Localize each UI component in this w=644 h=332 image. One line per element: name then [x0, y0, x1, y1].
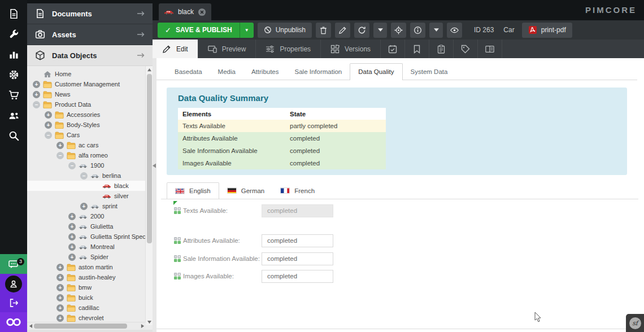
tree-node-buick[interactable]: +buick — [27, 292, 146, 303]
expand-icon[interactable]: + — [68, 233, 76, 241]
tree-node-gulietta-sprint-specia[interactable]: +Gulietta Sprint Specia — [27, 231, 146, 242]
tree-node-customer-management[interactable]: +Customer Management — [27, 79, 146, 89]
strip-gear-icon[interactable] — [0, 64, 27, 85]
save-publish-button[interactable]: ✓ SAVE & PUBLISH ▼ — [158, 23, 254, 38]
tree-node-body-styles[interactable]: +Body-Styles — [27, 120, 146, 130]
tree-node-product-data[interactable]: –Product Data — [27, 99, 146, 110]
strip-users-icon[interactable] — [0, 105, 27, 125]
sidebar-section-assets[interactable]: Assets — [27, 24, 153, 45]
unpublish-button[interactable]: Unpublish — [258, 23, 312, 38]
symfony-profiler-badge[interactable]: sf — [626, 314, 644, 332]
info-button[interactable] — [410, 23, 425, 38]
tree-node-giulietta[interactable]: +Giulietta — [27, 221, 146, 231]
refresh-button[interactable] — [354, 23, 369, 38]
view-tab-versions[interactable]: Versions — [321, 40, 381, 58]
expand-icon[interactable]: + — [56, 284, 64, 291]
tree-node-black[interactable]: black — [27, 181, 146, 191]
notifications-button[interactable]: 3 — [0, 254, 27, 274]
tree-node-cadillac[interactable]: +cadillac — [27, 303, 146, 313]
collapse-icon[interactable]: – — [45, 132, 52, 139]
collapse-icon[interactable]: – — [80, 172, 88, 180]
tree-node-austin-healey[interactable]: +austin-healey — [27, 272, 146, 282]
eye-button[interactable] — [447, 23, 462, 38]
scrollbar-thumb[interactable] — [34, 324, 127, 329]
collapse-icon[interactable]: – — [56, 152, 64, 159]
scroll-right-icon[interactable] — [139, 322, 146, 330]
view-tab-preview[interactable]: Preview — [198, 40, 256, 58]
collapse-icon[interactable]: – — [33, 101, 40, 108]
caret-down-button[interactable] — [373, 23, 387, 38]
tree-node-2000[interactable]: +2000 — [27, 211, 146, 221]
view-tab-properties[interactable]: Properties — [256, 40, 321, 58]
tree-node-alfa-romeo[interactable]: –alfa romeo — [27, 150, 146, 160]
pencil-button[interactable] — [335, 23, 350, 38]
expand-icon[interactable]: + — [56, 294, 64, 302]
sidebar-splitter[interactable] — [153, 58, 156, 332]
tree-node-cars[interactable]: –Cars — [27, 130, 146, 140]
tree-node-ac-cars[interactable]: +ac cars — [27, 140, 146, 150]
expand-icon[interactable]: + — [80, 203, 88, 210]
tree-node-home[interactable]: Home — [27, 69, 146, 79]
tree-node-spider[interactable]: +Spider — [27, 252, 146, 262]
language-tab-english[interactable]: English — [167, 182, 219, 199]
scrollbar-thumb[interactable] — [147, 74, 152, 243]
trash-button[interactable] — [316, 23, 331, 38]
tree-node-montreal[interactable]: +Montreal — [27, 242, 146, 252]
tree-node-sprint[interactable]: +sprint — [27, 201, 146, 211]
expand-icon[interactable]: + — [68, 254, 76, 261]
expand-icon[interactable]: + — [56, 304, 64, 312]
tree-node-silver[interactable]: silver — [27, 191, 146, 201]
strip-bar-chart-icon[interactable] — [0, 44, 27, 64]
scroll-up-icon[interactable] — [146, 66, 153, 73]
caret-down-button[interactable] — [429, 23, 443, 38]
user-profile-button[interactable] — [0, 274, 27, 294]
object-tab-media[interactable]: Media — [210, 64, 243, 80]
save-options-caret[interactable]: ▼ — [240, 23, 254, 38]
calendar-check-button[interactable] — [381, 40, 405, 58]
clipboard-button[interactable] — [429, 40, 454, 58]
expand-icon[interactable]: + — [33, 81, 40, 88]
expand-icon[interactable]: + — [33, 91, 40, 98]
sidebar-section-data-objects[interactable]: Data Objects — [27, 45, 153, 66]
scroll-left-icon[interactable] — [27, 322, 34, 330]
expand-icon[interactable]: + — [68, 213, 76, 220]
collapse-sidebar-icon[interactable] — [153, 163, 156, 168]
book-button[interactable] — [478, 40, 502, 58]
view-tab-edit[interactable]: Edit — [153, 40, 198, 58]
sidebar-section-documents[interactable]: Documents — [27, 3, 153, 24]
expand-icon[interactable]: + — [56, 142, 64, 149]
print-pdf-button[interactable]: print-pdf — [522, 23, 572, 38]
object-tab-data-quality[interactable]: Data Quality — [350, 63, 402, 80]
tree-horizontal-scrollbar[interactable] — [27, 322, 146, 330]
expand-icon[interactable]: + — [45, 121, 52, 129]
collapse-icon[interactable]: – — [68, 162, 76, 169]
tree-node-1900[interactable]: –1900 — [27, 160, 146, 171]
expand-icon[interactable]: + — [68, 223, 76, 230]
object-tab-system-data[interactable]: System Data — [403, 64, 456, 80]
expand-icon[interactable]: + — [56, 314, 64, 322]
tree-node-news[interactable]: +News — [27, 89, 146, 99]
expand-icon[interactable]: + — [56, 264, 64, 271]
scroll-down-icon[interactable] — [146, 318, 153, 325]
tree-node-accessories[interactable]: +Accessories — [27, 110, 146, 120]
strip-wrench-icon[interactable] — [0, 24, 27, 44]
language-tab-french[interactable]: French — [272, 182, 323, 199]
field-input[interactable]: completed — [262, 252, 333, 265]
bookmark-button[interactable] — [405, 40, 429, 58]
object-tab-basedata[interactable]: Basedata — [167, 64, 210, 80]
tag-button[interactable] — [454, 40, 478, 58]
tree-node-berlina[interactable]: –berlina — [27, 171, 146, 181]
tree-node-bmw[interactable]: +bmw — [27, 282, 146, 292]
strip-search-icon[interactable] — [0, 125, 27, 146]
language-tab-german[interactable]: German — [219, 182, 273, 199]
tree-vertical-scrollbar[interactable] — [145, 66, 153, 325]
field-input[interactable]: completed — [262, 270, 333, 283]
expand-icon[interactable]: + — [68, 243, 76, 251]
field-input[interactable]: completed — [262, 234, 333, 247]
strip-cart-icon[interactable] — [0, 85, 27, 105]
tree-node-aston-martin[interactable]: +aston martin — [27, 262, 146, 272]
expand-icon[interactable]: + — [45, 111, 52, 119]
object-tab-sale-information[interactable]: Sale Information — [287, 64, 350, 80]
logout-button[interactable] — [0, 294, 27, 312]
object-tab-attributes[interactable]: Attributes — [243, 64, 287, 80]
